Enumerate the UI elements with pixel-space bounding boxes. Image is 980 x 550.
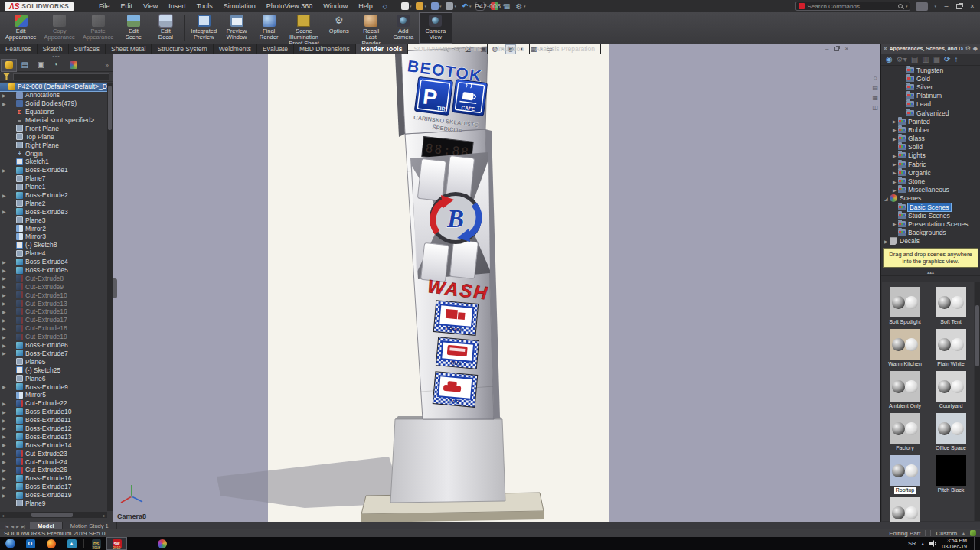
scene-thumbnail-courtyard[interactable]: Courtyard xyxy=(928,368,974,410)
expand-arrow-icon[interactable]: ▶ xyxy=(2,268,8,273)
close-button[interactable]: × xyxy=(968,2,977,10)
tree-item-boss-extrude9[interactable]: ▶Boss-Extrude9 xyxy=(0,382,107,391)
tree-item-cut-extrude19[interactable]: ▶Cut-Extrude19 xyxy=(0,333,107,341)
tree-item-plane3[interactable]: Plane3 xyxy=(0,216,107,224)
taskbar-outlook[interactable]: O xyxy=(20,537,41,550)
tree-root-item[interactable]: P42-008 (Default<<Default>_Display State… xyxy=(0,83,107,91)
preview-window-button[interactable]: Preview Window xyxy=(220,13,253,43)
expand-arrow-icon[interactable]: ▶ xyxy=(2,334,8,340)
scene-thumbnail-ambient-only[interactable]: Ambient Only xyxy=(882,368,928,410)
undo-icon[interactable]: ↶ xyxy=(461,2,469,10)
tab-model[interactable]: Model xyxy=(30,522,63,529)
expand-arrow-icon[interactable]: ▶ xyxy=(2,275,8,281)
dimxpertmanager-tab[interactable]: ◔ xyxy=(50,60,64,71)
tree-item-mirror2[interactable]: Mirror2 xyxy=(0,224,107,233)
image-icon[interactable]: ▦ xyxy=(872,94,878,101)
save-caret-icon[interactable]: ▾ xyxy=(439,4,442,8)
tree-item-plane6[interactable]: Plane6 xyxy=(0,374,107,382)
appearance-item-organic[interactable]: ▶Organic xyxy=(881,168,980,177)
appearance-item-scenes[interactable]: ◢Scenes xyxy=(881,194,980,203)
edit-appearance-button[interactable]: Edit Appearance xyxy=(2,13,40,43)
scene-thumbnail-plain-white[interactable]: Plain White xyxy=(928,326,974,368)
tree-item-cut-extrude16[interactable]: ▶Cut-Extrude16 xyxy=(0,308,107,316)
tree-item-plane9[interactable]: Plane9 xyxy=(0,500,107,508)
tree-item-cut-extrude9[interactable]: ▶Cut-Extrude9 xyxy=(0,282,107,291)
menu-file[interactable]: File xyxy=(93,2,116,10)
tab-render-tools[interactable]: Render Tools xyxy=(356,44,409,54)
tree-item-plane4[interactable]: Plane4 xyxy=(0,249,107,258)
tree-item-equations[interactable]: ΣEquations xyxy=(0,108,107,116)
up-level-icon[interactable]: ↑ xyxy=(954,55,958,63)
tree-item-boss-extrude4[interactable]: ▶Boss-Extrude4 xyxy=(0,258,107,266)
add-camera-button[interactable]: Add Camera xyxy=(387,13,420,43)
expand-arrow-icon[interactable]: ▶ xyxy=(2,317,8,323)
tree-item-boss-extrude10[interactable]: ▶Boss-Extrude10 xyxy=(0,408,107,416)
expand-arrow-icon[interactable]: ▶ xyxy=(2,209,8,214)
tree-item-plane1[interactable]: Plane1 xyxy=(0,183,107,191)
new-document-caret-icon[interactable]: ▾ xyxy=(410,4,412,8)
scene-thumbnail-warm-kitchen[interactable]: Warm Kitchen xyxy=(882,326,928,368)
tree-vertical-scrollbar[interactable] xyxy=(107,83,113,511)
expand-arrow-icon[interactable]: ▶ xyxy=(2,409,8,415)
appearance-item-silver[interactable]: Silver xyxy=(881,83,980,91)
home-icon[interactable]: ⌂ xyxy=(872,74,878,81)
tree-item-boss-extrude13[interactable]: ▶Boss-Extrude13 xyxy=(0,432,107,441)
new-document-icon[interactable] xyxy=(401,2,409,10)
menu-view[interactable]: View xyxy=(138,2,163,10)
taskbar-file-explorer[interactable] xyxy=(131,537,152,550)
tab-surfaces[interactable]: Surfaces xyxy=(69,44,106,54)
tab-sketch[interactable]: Sketch xyxy=(38,44,69,54)
brush-icon[interactable]: ▥ xyxy=(922,55,929,63)
tree-item-boss-extrude2[interactable]: ▶Boss-Extrude2 xyxy=(0,191,107,200)
tree-item-cut-extrude23[interactable]: ▶Cut-Extrude23 xyxy=(0,449,107,457)
search-caret-icon[interactable]: ▾ xyxy=(906,4,908,8)
expand-arrow-icon[interactable]: ▶ xyxy=(893,187,898,193)
tab-analysis-preparation[interactable]: Analysis Preparation xyxy=(530,44,601,54)
appearance-item-gold[interactable]: Gold xyxy=(881,74,980,83)
unit-system-selector[interactable]: Custom xyxy=(936,530,957,537)
expand-arrow-icon[interactable]: ▶ xyxy=(893,136,898,142)
tab-simulation[interactable]: Simulation xyxy=(488,44,530,54)
tree-item-material-not-specified[interactable]: ≡Material <not specified> xyxy=(0,116,107,125)
clock[interactable]: 3:54 PM 03-Dec-19 xyxy=(942,538,967,550)
tree-item-boss-extrude17[interactable]: ▶Boss-Extrude17 xyxy=(0,483,107,491)
tree-item-top-plane[interactable]: Top Plane xyxy=(0,132,107,141)
search-input[interactable]: Search Commands ▾ xyxy=(795,2,910,11)
scene-thumbnail-soft-tent[interactable]: Soft Tent xyxy=(928,284,974,326)
expand-arrow-icon[interactable]: ▶ xyxy=(2,326,8,331)
propertymanager-tab[interactable]: ▤ xyxy=(18,60,32,71)
tree-item-mirror5[interactable]: Mirror5 xyxy=(0,391,107,399)
more-tabs-icon[interactable]: » xyxy=(106,62,111,69)
tab-features[interactable]: Features xyxy=(0,44,38,54)
menu-edit[interactable]: Edit xyxy=(115,2,138,10)
tree-item-boss-extrude11[interactable]: ▶Boss-Extrude11 xyxy=(0,416,107,425)
scene-thumbnail-pitch-black[interactable]: Pitch Black xyxy=(928,452,974,494)
expand-arrow-icon[interactable]: ▶ xyxy=(2,493,8,498)
tree-item-boss-extrude5[interactable]: ▶Boss-Extrude5 xyxy=(0,266,107,275)
sw-resources-icon[interactable] xyxy=(916,2,928,11)
options-dropdown-icon[interactable]: ⚙▾ xyxy=(897,55,907,63)
tree-item-boss-extrude19[interactable]: ▶Boss-Extrude19 xyxy=(0,491,107,500)
expand-arrow-icon[interactable]: ▶ xyxy=(893,127,898,132)
texture-icon[interactable]: ◫ xyxy=(872,104,878,111)
print-caret-icon[interactable]: ▾ xyxy=(454,4,456,8)
expand-arrow-icon[interactable]: ▶ xyxy=(893,161,898,167)
tree-item-boss-extrude3[interactable]: ▶Boss-Extrude3 xyxy=(0,207,107,216)
refresh-icon[interactable]: ⟳ xyxy=(944,55,950,63)
collapse-panel-icon[interactable]: « xyxy=(884,45,887,52)
tree-item-plane5[interactable]: Plane5 xyxy=(0,357,107,366)
expand-arrow-icon[interactable]: ▶ xyxy=(2,101,8,106)
expand-arrow-icon[interactable]: ▶ xyxy=(2,418,8,423)
tree-item-cut-extrude18[interactable]: ▶Cut-Extrude18 xyxy=(0,324,107,333)
expand-arrow-icon[interactable]: ◢ xyxy=(884,196,890,201)
open-icon[interactable] xyxy=(416,2,423,10)
pin-icon[interactable]: ◇ xyxy=(383,3,387,10)
featuremanager-tab[interactable] xyxy=(2,60,16,71)
expand-arrow-icon[interactable]: ▶ xyxy=(2,343,8,348)
expand-arrow-icon[interactable]: ▶ xyxy=(2,292,8,298)
expand-arrow-icon[interactable]: ▶ xyxy=(893,179,898,184)
paint-icon[interactable]: ▤ xyxy=(911,55,918,63)
tab-nav-arrows[interactable]: |◀◀▶▶| xyxy=(0,524,30,529)
restore-button[interactable] xyxy=(956,4,962,9)
save-icon[interactable] xyxy=(431,2,439,10)
